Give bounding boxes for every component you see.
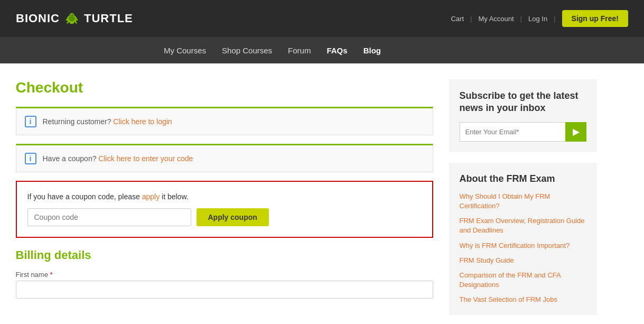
frm-link-1[interactable]: Why Should I Obtain My FRM Certification… bbox=[460, 192, 586, 211]
billing-section: Billing details First name * bbox=[16, 248, 433, 299]
svg-line-7 bbox=[68, 21, 69, 23]
enter-coupon-link[interactable]: Click here to enter your code bbox=[98, 154, 193, 163]
first-name-label: First name * bbox=[16, 271, 433, 279]
site-header: BIONIC TURTLE Cart | My Account | Log In… bbox=[0, 0, 644, 37]
about-frm-title: About the FRM Exam bbox=[460, 173, 586, 184]
nav-links-container: My Courses Shop Courses Forum FAQs Blog bbox=[164, 46, 381, 55]
nav-shop-courses[interactable]: Shop Courses bbox=[222, 46, 272, 55]
nav-blog[interactable]: Blog bbox=[363, 46, 381, 55]
frm-link-4[interactable]: FRM Study Guide bbox=[460, 256, 586, 265]
coupon-code-box: If you have a coupon code, please apply … bbox=[16, 181, 433, 238]
about-frm-box: About the FRM Exam Why Should I Obtain M… bbox=[449, 163, 597, 316]
page-title: Checkout bbox=[16, 79, 433, 96]
first-name-input[interactable] bbox=[16, 281, 433, 299]
site-logo[interactable]: BIONIC TURTLE bbox=[16, 10, 133, 27]
coupon-code-input[interactable] bbox=[27, 208, 191, 226]
svg-point-9 bbox=[70, 22, 74, 24]
email-row: ▶ bbox=[460, 122, 586, 142]
nav-faqs[interactable]: FAQs bbox=[326, 46, 347, 55]
list-item: Comparison of the FRM and CFA Designatio… bbox=[460, 271, 586, 290]
list-item: FRM Exam Overview, Registration Guide an… bbox=[460, 216, 586, 235]
have-coupon-text: Have a coupon? Click here to enter your … bbox=[43, 154, 193, 163]
frm-link-6[interactable]: The Vast Selection of FRM Jobs bbox=[460, 295, 586, 304]
frm-links-list: Why Should I Obtain My FRM Certification… bbox=[460, 192, 586, 305]
coupon-row: Apply coupon bbox=[27, 208, 422, 226]
divider2: | bbox=[520, 15, 522, 23]
returning-customer-box: i Returning customer? Click here to logi… bbox=[16, 107, 433, 135]
list-item: Why is FRM Certification Important? bbox=[460, 241, 586, 251]
email-submit-icon: ▶ bbox=[573, 127, 579, 136]
returning-customer-icon: i bbox=[25, 116, 36, 127]
returning-customer-text: Returning customer? Click here to login bbox=[43, 117, 172, 126]
list-item: The Vast Selection of FRM Jobs bbox=[460, 295, 586, 304]
main-container: Checkout i Returning customer? Click her… bbox=[5, 63, 639, 324]
email-submit-button[interactable]: ▶ bbox=[565, 122, 586, 142]
frm-link-2[interactable]: FRM Exam Overview, Registration Guide an… bbox=[460, 216, 586, 235]
frm-link-5[interactable]: Comparison of the FRM and CFA Designatio… bbox=[460, 271, 586, 290]
signup-button[interactable]: Sign up Free! bbox=[562, 10, 628, 27]
nav-forum[interactable]: Forum bbox=[288, 46, 311, 55]
logo-text-turtle: TURTLE bbox=[84, 12, 133, 25]
main-nav: My Courses Shop Courses Forum FAQs Blog bbox=[0, 37, 644, 63]
checkout-content: Checkout i Returning customer? Click her… bbox=[16, 79, 433, 315]
apply-link[interactable]: apply bbox=[142, 192, 160, 201]
cart-link[interactable]: Cart bbox=[451, 15, 464, 23]
nav-my-courses[interactable]: My Courses bbox=[164, 46, 206, 55]
required-star: * bbox=[50, 271, 53, 279]
email-input[interactable] bbox=[460, 122, 565, 142]
list-item: FRM Study Guide bbox=[460, 256, 586, 265]
header-right-nav: Cart | My Account | Log In | Sign up Fre… bbox=[451, 10, 628, 27]
coupon-instruction: If you have a coupon code, please apply … bbox=[27, 192, 422, 201]
sidebar: Subscribe to get the latest news in your… bbox=[449, 79, 597, 315]
login-link-checkout[interactable]: Click here to login bbox=[113, 117, 172, 126]
list-item: Why Should I Obtain My FRM Certification… bbox=[460, 192, 586, 211]
coupon-info-icon: i bbox=[25, 153, 36, 164]
billing-title: Billing details bbox=[16, 248, 433, 262]
subscribe-title: Subscribe to get the latest news in your… bbox=[460, 90, 586, 115]
logo-text-bionic: BIONIC bbox=[16, 12, 60, 25]
divider3: | bbox=[554, 15, 555, 23]
have-coupon-box: i Have a coupon? Click here to enter you… bbox=[16, 144, 433, 172]
frm-link-3[interactable]: Why is FRM Certification Important? bbox=[460, 241, 586, 251]
turtle-icon bbox=[63, 10, 80, 27]
svg-point-4 bbox=[68, 16, 75, 21]
login-link[interactable]: Log In bbox=[528, 15, 547, 23]
apply-coupon-button[interactable]: Apply coupon bbox=[197, 208, 269, 226]
divider1: | bbox=[470, 15, 472, 23]
svg-point-3 bbox=[72, 14, 73, 15]
first-name-field: First name * bbox=[16, 271, 433, 299]
svg-point-2 bbox=[70, 14, 71, 15]
svg-line-8 bbox=[75, 21, 77, 23]
my-account-link[interactable]: My Account bbox=[478, 15, 514, 23]
subscribe-box: Subscribe to get the latest news in your… bbox=[449, 79, 597, 152]
